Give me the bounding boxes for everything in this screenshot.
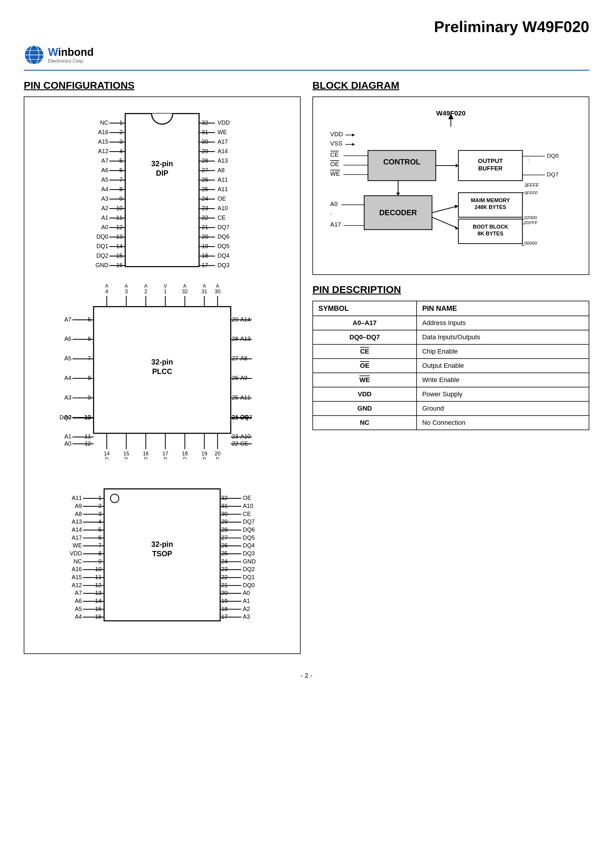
svg-text:3: 3 bbox=[125, 288, 128, 294]
svg-text:27: 27 bbox=[202, 167, 208, 174]
svg-text:15: 15 bbox=[95, 606, 102, 612]
svg-text:DQ0: DQ0 bbox=[96, 233, 108, 240]
svg-text:CONTROL: CONTROL bbox=[383, 158, 420, 166]
svg-text:A12: A12 bbox=[71, 582, 82, 588]
svg-text:CE: CE bbox=[217, 214, 226, 221]
svg-text:DQ0: DQ0 bbox=[243, 582, 255, 588]
svg-text:A4: A4 bbox=[101, 186, 108, 192]
symbol-cell: A0–A17 bbox=[313, 316, 416, 330]
svg-text:GND: GND bbox=[96, 262, 108, 268]
svg-text:25: 25 bbox=[202, 186, 208, 192]
svg-text:A9: A9 bbox=[240, 375, 248, 381]
symbol-cell: CE bbox=[313, 344, 416, 359]
svg-text:A12: A12 bbox=[98, 148, 108, 154]
svg-text:32: 32 bbox=[221, 494, 228, 501]
svg-text:11: 11 bbox=[95, 574, 102, 580]
svg-text:7: 7 bbox=[98, 542, 102, 549]
svg-text:A8: A8 bbox=[240, 355, 248, 361]
svg-text:DQ0: DQ0 bbox=[547, 153, 559, 159]
svg-text:V: V bbox=[164, 284, 167, 288]
svg-text:20: 20 bbox=[202, 233, 208, 240]
svg-text:28: 28 bbox=[221, 526, 228, 533]
svg-text:D: D bbox=[164, 457, 167, 460]
svg-text:A: A bbox=[105, 284, 108, 288]
svg-text:23: 23 bbox=[232, 433, 238, 440]
svg-text:25: 25 bbox=[221, 550, 228, 556]
svg-text:18: 18 bbox=[221, 606, 228, 612]
svg-text:A0: A0 bbox=[64, 440, 71, 446]
svg-text:8K BYTES: 8K BYTES bbox=[477, 231, 503, 237]
svg-text:D: D bbox=[216, 457, 219, 460]
svg-text:A11: A11 bbox=[217, 176, 228, 183]
svg-text:14: 14 bbox=[104, 451, 110, 457]
table-row: DQ0–DQ7 Data Inputs/Outputs bbox=[313, 330, 589, 344]
svg-text:DQ6: DQ6 bbox=[243, 526, 255, 533]
svg-text:DQ7: DQ7 bbox=[547, 171, 559, 178]
svg-text:A3: A3 bbox=[64, 394, 71, 401]
svg-text:DQ7: DQ7 bbox=[240, 414, 252, 421]
svg-text::: : bbox=[528, 157, 529, 163]
svg-text:20: 20 bbox=[221, 590, 228, 597]
symbol-cell: GND bbox=[313, 401, 416, 415]
svg-text:D: D bbox=[105, 457, 108, 460]
svg-text:30: 30 bbox=[215, 288, 220, 294]
pinname-cell: Power Supply bbox=[416, 387, 589, 401]
svg-text:MAIM MEMORY: MAIM MEMORY bbox=[471, 197, 510, 203]
table-row: VDD Power Supply bbox=[313, 387, 589, 401]
svg-text:19: 19 bbox=[221, 598, 228, 604]
svg-text:A9: A9 bbox=[75, 502, 82, 509]
svg-marker-340 bbox=[455, 205, 458, 209]
svg-text:1: 1 bbox=[119, 119, 122, 126]
svg-text:VDD: VDD bbox=[217, 119, 230, 126]
svg-text:26: 26 bbox=[221, 542, 228, 549]
svg-text:A6: A6 bbox=[64, 335, 71, 342]
svg-text:24: 24 bbox=[202, 195, 208, 202]
plcc-diagram-svg: 32-pin PLCC 4 3 2 1 32 31 30 A A bbox=[30, 280, 294, 460]
svg-text:5: 5 bbox=[119, 157, 122, 164]
pin-desc-title: PIN DESCRIPTION bbox=[313, 284, 589, 295]
winbond-logo-icon bbox=[24, 45, 45, 65]
svg-text:5: 5 bbox=[88, 316, 91, 322]
logo-inbond: inbond bbox=[58, 46, 94, 58]
block-diagram-section: BLOCK DIAGRAM W49F020 VDD VSS CE bbox=[313, 79, 589, 275]
svg-text:DQ5: DQ5 bbox=[243, 534, 255, 541]
svg-text:26: 26 bbox=[202, 176, 208, 183]
pin-description-table: SYMBOL PIN NAME A0–A17 Address Inputs DQ… bbox=[313, 301, 589, 430]
svg-text:31: 31 bbox=[221, 502, 228, 509]
svg-text:A11: A11 bbox=[240, 394, 251, 401]
svg-text:A10: A10 bbox=[217, 205, 228, 211]
svg-text:A13: A13 bbox=[217, 157, 228, 164]
svg-text:DQ4: DQ4 bbox=[243, 542, 255, 549]
block-diagram-svg: W49F020 VDD VSS CE OE bbox=[319, 106, 583, 264]
svg-text:22: 22 bbox=[221, 574, 228, 580]
svg-text:15: 15 bbox=[124, 451, 129, 457]
logo-section: Winbond Electronics Corp. bbox=[24, 45, 589, 65]
svg-text:10: 10 bbox=[95, 566, 102, 573]
svg-text:GND: GND bbox=[243, 558, 256, 564]
svg-text:CE: CE bbox=[243, 511, 251, 517]
svg-text:7: 7 bbox=[88, 355, 91, 361]
logo-subtitle: Electronics Corp. bbox=[48, 59, 94, 64]
svg-text:DQ5: DQ5 bbox=[217, 243, 229, 250]
svg-text:22: 22 bbox=[232, 440, 238, 446]
pinname-cell: Output Enable bbox=[416, 359, 589, 373]
svg-text:14: 14 bbox=[116, 243, 122, 250]
svg-text:WE: WE bbox=[330, 170, 340, 177]
svg-text:A6: A6 bbox=[101, 167, 108, 174]
svg-point-205 bbox=[110, 494, 119, 502]
svg-text:DQ7: DQ7 bbox=[243, 518, 255, 525]
svg-text:A4: A4 bbox=[64, 375, 71, 381]
table-row: WE Write Enable bbox=[313, 373, 589, 387]
svg-text:12: 12 bbox=[95, 582, 102, 588]
svg-text:13: 13 bbox=[95, 590, 102, 597]
svg-marker-312 bbox=[352, 143, 355, 146]
svg-marker-359 bbox=[396, 193, 400, 195]
svg-text:1: 1 bbox=[164, 288, 167, 294]
svg-text:00000: 00000 bbox=[524, 240, 537, 245]
pinname-cell: Write Enable bbox=[416, 373, 589, 387]
symbol-cell: DQ0–DQ7 bbox=[313, 330, 416, 344]
pin-config-title: PIN CONFIGURATIONS bbox=[24, 79, 300, 91]
svg-text:BUFFER: BUFFER bbox=[478, 165, 503, 172]
svg-text:2: 2 bbox=[144, 288, 147, 294]
svg-text:30: 30 bbox=[221, 511, 228, 517]
